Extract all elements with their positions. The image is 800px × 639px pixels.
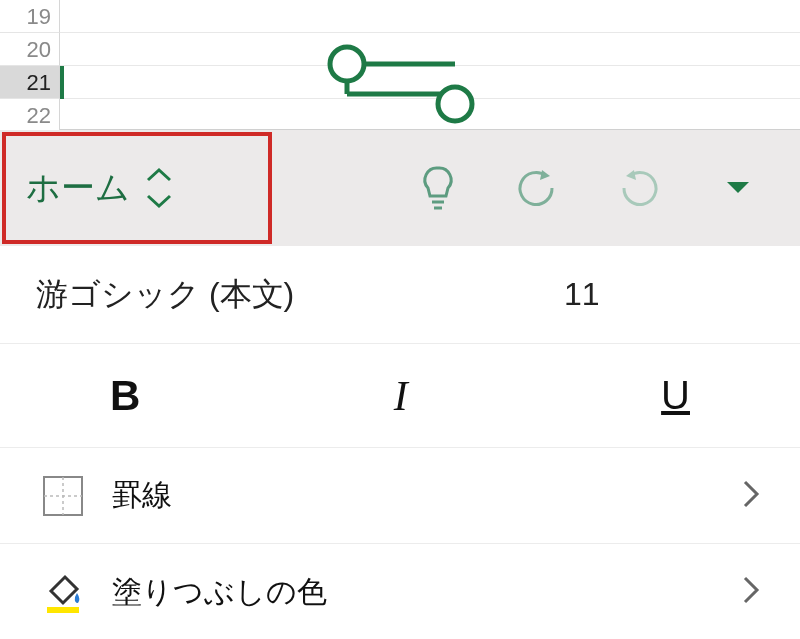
fill-bucket-icon <box>40 569 86 615</box>
borders-label: 罫線 <box>112 475 716 516</box>
fill-color-label: 塗りつぶしの色 <box>112 572 716 613</box>
drawing-shape-connectors[interactable] <box>325 44 485 138</box>
svg-point-3 <box>330 47 364 81</box>
row-header[interactable]: 20 <box>0 33 60 66</box>
font-size-dropdown[interactable]: 11 <box>564 276 764 313</box>
borders-icon <box>40 473 86 519</box>
underline-button[interactable]: U <box>661 373 690 418</box>
ribbon-bar: ホーム <box>0 130 800 246</box>
text-style-row: B I U <box>0 344 800 448</box>
font-name-dropdown[interactable]: 游ゴシック (本文) <box>36 273 564 317</box>
font-selector-row: 游ゴシック (本文) 11 <box>0 246 800 344</box>
row-header[interactable]: 19 <box>0 0 60 33</box>
row-header-selected[interactable]: 21 <box>0 66 60 99</box>
selection-marker <box>60 66 90 99</box>
row-header[interactable]: 22 <box>0 99 60 132</box>
borders-menu-item[interactable]: 罫線 <box>0 448 800 544</box>
fill-color-menu-item[interactable]: 塗りつぶしの色 <box>0 544 800 639</box>
up-down-chevron-icon <box>144 164 174 212</box>
undo-button[interactable] <box>510 160 566 216</box>
ribbon-dropdown-button[interactable] <box>710 160 766 216</box>
bold-button[interactable]: B <box>110 372 140 420</box>
tell-me-bulb-icon[interactable] <box>410 160 466 216</box>
ribbon-tab-label: ホーム <box>26 165 130 211</box>
italic-button[interactable]: I <box>394 372 408 420</box>
svg-point-4 <box>438 87 472 121</box>
chevron-right-icon <box>742 575 760 609</box>
ribbon-tab-selector[interactable]: ホーム <box>2 132 272 244</box>
svg-rect-10 <box>47 607 79 613</box>
spreadsheet-area[interactable]: 19 20 21 22 <box>0 0 800 130</box>
redo-button[interactable] <box>610 160 666 216</box>
chevron-right-icon <box>742 479 760 513</box>
